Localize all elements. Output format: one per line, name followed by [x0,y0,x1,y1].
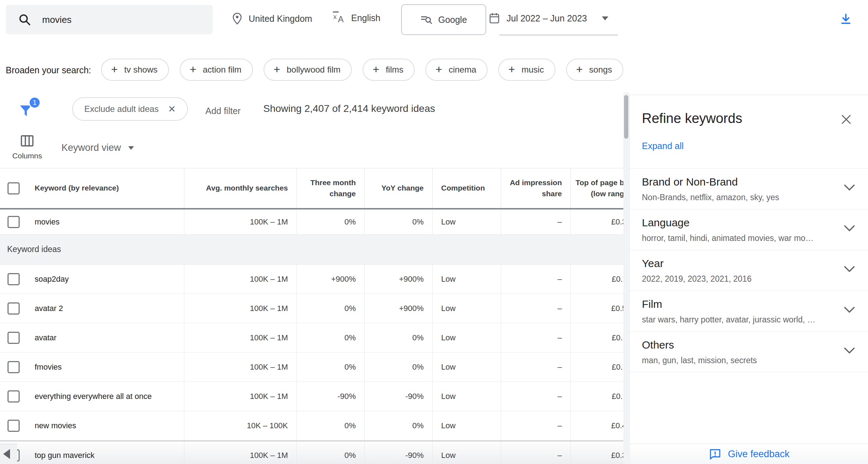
table-row-avatar: avatar100K – 1M0%0%Low–£0.11 [0,323,623,352]
chip-label: action film [203,65,241,75]
broaden-chip-cinema[interactable]: +cinema [425,59,488,81]
row-checkbox[interactable] [8,332,20,344]
plus-icon: + [435,64,442,75]
bid-cell: £0.41 [570,411,623,440]
three_month-cell: 0% [296,294,364,323]
keyword-cell: avatar 2 [27,294,184,323]
refine-section-language[interactable]: Languagehorror, tamil, hindi, animated m… [630,209,868,250]
refine-section-preview: horror, tamil, hindi, animated movies, w… [642,233,868,243]
search-value: movies [42,14,71,25]
row-checkbox[interactable] [8,216,20,228]
searches-cell: 100K – 1M [184,441,296,464]
columns-icon [21,135,34,147]
yoy-cell: -90% [364,382,432,411]
filter-button[interactable]: 1 [19,101,44,124]
plus-icon: + [373,64,379,75]
table-body: movies100K – 1M0%0%Low–£0.31Keyword idea… [0,209,623,464]
competition-cell: Low [432,265,501,293]
view-selector[interactable]: Keyword view [61,142,134,153]
yoy-cell: +900% [364,294,432,323]
refine-section-list: Brand or Non-BrandNon-Brands, netflix, a… [630,168,868,372]
bid-cell: £0.11 [570,323,623,352]
chevron-down-icon [602,16,608,20]
chevron-down-icon [843,347,855,355]
header-cell-ad-impression-share[interactable]: Ad impression share [501,168,570,208]
row-checkbox[interactable] [8,361,20,373]
header-cell-keyword[interactable]: Keyword (by relevance) [27,168,184,208]
give-feedback-label: Give feedback [728,449,790,460]
header-cell-yoy-change[interactable]: YoY change [364,168,432,208]
chip-label: tv shows [124,65,158,75]
download-button[interactable] [836,9,856,29]
location-label: United Kingdom [249,14,312,24]
row-checkbox[interactable] [8,273,20,285]
bid-cell: £0.11 [570,265,623,293]
calendar-icon [489,12,500,24]
search-input[interactable]: movies [6,5,213,34]
row-checkbox[interactable] [8,390,20,403]
broaden-search-label: Broaden your search: [6,65,91,75]
location-selector[interactable]: United Kingdom [231,12,312,25]
refine-section-brand-or-non-brand[interactable]: Brand or Non-BrandNon-Brands, netflix, a… [630,168,868,209]
header-cell-three-month-change[interactable]: Three month change [296,168,364,208]
remove-filter-icon[interactable]: ✕ [168,104,176,115]
bid-cell: £0.31 [570,209,623,234]
language-selector[interactable]: xA English [333,12,380,24]
yoy-cell: 0% [364,209,432,234]
vertical-scrollbar-thumb[interactable] [624,95,628,139]
broaden-chip-music[interactable]: +music [498,59,555,81]
table-row-top-gun-maverick: top gun maverick100K – 1M0%-90%Low–£0.31 [0,440,623,464]
broaden-chip-songs[interactable]: +songs [566,59,624,81]
three_month-cell: 0% [296,411,364,440]
row-checkbox[interactable] [8,302,20,315]
broaden-chip-tv-shows[interactable]: +tv shows [101,59,169,81]
chevron-down-icon [843,184,855,192]
three_month-cell: 0% [296,209,364,234]
row-checkbox[interactable] [8,420,20,432]
header-cell-competition[interactable]: Competition [432,168,501,208]
add-filter-button[interactable]: Add filter [205,106,241,116]
refine-section-title: Others [642,339,868,351]
close-panel-button[interactable] [838,112,854,127]
bid-cell: £0.11 [570,382,623,411]
competition-cell: Low [432,411,501,440]
plus-icon: + [508,64,515,75]
searches-cell: 100K – 1M [184,382,296,411]
ad_share-cell: – [501,294,570,323]
header-cell-avg-monthly-searches[interactable]: Avg. monthly searches [184,168,296,208]
view-selector-label: Keyword view [61,142,121,153]
expand-all-link[interactable]: Expand all [642,141,684,151]
chip-label: songs [589,65,612,75]
location-pin-icon [231,12,243,25]
refine-section-others[interactable]: Othersman, gun, last, mission, secrets [630,331,868,372]
three_month-cell: -90% [296,382,364,411]
search-icon [18,13,31,26]
broaden-chip-films[interactable]: +films [363,59,415,81]
ad_share-cell: – [501,352,570,381]
header-cell-checkbox [0,168,27,208]
give-feedback-button[interactable]: Give feedback [630,444,868,464]
three_month-cell: 0% [296,441,364,464]
refine-section-preview: man, gun, last, mission, secrets [642,356,868,365]
searches-cell: 10K – 100K [184,411,296,440]
vertical-scrollbar[interactable] [623,92,629,464]
header-cell-top-of-page-bid[interactable]: Top of page bid (low range) [570,168,623,208]
refine-section-title: Year [642,257,868,270]
broaden-chip-bollywood-film[interactable]: +bollywood film [264,59,352,81]
table-row-new-movies: new movies10K – 100K0%0%Low–£0.41 [0,411,623,440]
scroll-left-button[interactable] [0,444,17,464]
columns-button[interactable]: Columns [7,135,47,160]
refine-keywords-panel: Refine keywords Expand all Brand or Non-… [629,95,868,464]
refine-section-year[interactable]: Year2022, 2019, 2023, 2021, 2016 [630,250,868,291]
filter-chip-exclude-adult-ideas[interactable]: Exclude adult ideas ✕ [72,97,188,121]
broaden-chip-action-film[interactable]: +action film [180,59,253,81]
refine-section-film[interactable]: Filmstar wars, harry potter, avatar, jur… [630,291,868,331]
bid-cell: £0.51 [570,294,623,323]
network-selector[interactable]: Google [401,4,486,35]
select-all-checkbox[interactable] [8,182,20,194]
keyword-table: Keyword (by relevance) Avg. monthly sear… [0,168,623,464]
keyword-cell: avatar [27,323,184,352]
date-range-selector[interactable]: Jul 2022 – Jun 2023 [489,12,608,24]
chip-label: cinema [449,65,476,75]
searches-cell: 100K – 1M [184,265,296,293]
